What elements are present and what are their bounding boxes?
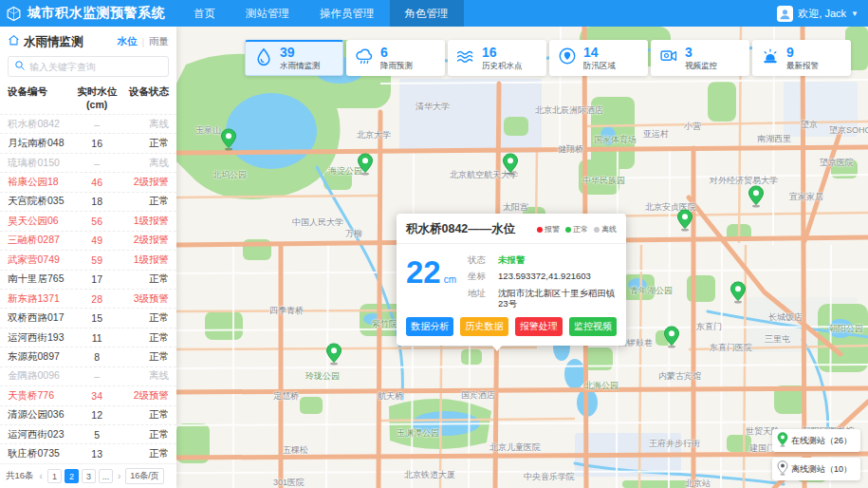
- nav-item-3[interactable]: 角色管理: [390, 0, 464, 27]
- map-pin-online[interactable]: [748, 185, 765, 208]
- stat-label: 最新报警: [786, 62, 819, 71]
- stat-text: 14防汛区域: [583, 46, 616, 70]
- popup-button-2[interactable]: 报警处理: [515, 317, 563, 336]
- page-button-3[interactable]: 3: [82, 469, 96, 483]
- legend-card-offline[interactable]: 离线测站（10）: [772, 458, 860, 480]
- station-name: 三融桥0287: [8, 234, 72, 247]
- station-name: 双桥西路017: [8, 311, 72, 325]
- legend-card-label: 在线测站（26）: [791, 435, 852, 447]
- table-row[interactable]: 双桥西路01715正常: [0, 308, 176, 327]
- nav-item-1[interactable]: 测站管理: [231, 0, 305, 27]
- water-level: 12: [72, 409, 121, 421]
- nav-item-2[interactable]: 操作员管理: [305, 0, 390, 27]
- map-pin-online[interactable]: [663, 326, 680, 348]
- map-place-label: 北坞公园: [212, 169, 247, 181]
- table-row[interactable]: 运河西街19311正常: [0, 328, 176, 347]
- nav-item-0[interactable]: 首页: [178, 0, 231, 27]
- page-ellipsis[interactable]: ...: [99, 469, 113, 483]
- table-row[interactable]: 运河西街0235正常: [0, 424, 176, 443]
- stat-card-2[interactable]: 16历史积水点: [448, 40, 546, 76]
- water-level: 13: [72, 448, 121, 460]
- map-place-label: 万柳: [345, 228, 362, 240]
- popup-header: 积水桥0842——水位 报警正常离线: [397, 214, 626, 244]
- table-row[interactable]: 耿庄桥073513正常: [0, 443, 176, 462]
- tab-1[interactable]: 雨量: [149, 35, 169, 48]
- table-row[interactable]: 清源公园03612正常: [0, 405, 176, 424]
- water-level: –: [72, 370, 121, 382]
- alarm-icon: [761, 47, 780, 69]
- table-row[interactable]: 天宫院桥03518正常: [0, 192, 176, 211]
- map-pin-online[interactable]: [676, 209, 693, 232]
- page-button-1[interactable]: 1: [47, 469, 62, 483]
- popup-button-3[interactable]: 监控视频: [569, 317, 617, 336]
- pin-online-icon: [777, 432, 788, 449]
- table-row[interactable]: 东源苑08978正常: [0, 347, 176, 366]
- panel-header: 水雨情监测 水位|雨量: [0, 27, 176, 55]
- table-row[interactable]: 南十里居76517正常: [0, 270, 176, 289]
- legend-dot-icon: [565, 227, 571, 233]
- table-row[interactable]: 金隅路0096–离线: [0, 366, 176, 385]
- user-avatar: [777, 6, 793, 22]
- map-place-label: 五棵松: [283, 444, 308, 457]
- table-row[interactable]: 琉璃桥0150–离线: [0, 153, 176, 172]
- stat-text: 16历史积水点: [482, 46, 523, 70]
- table-row[interactable]: 武家营0749591级报警: [0, 250, 176, 269]
- stat-card-0[interactable]: 39水雨情监测: [245, 40, 343, 76]
- water-level: 34: [72, 390, 121, 402]
- search-icon: [14, 58, 26, 75]
- map-place-label: 北京大学: [357, 129, 391, 141]
- next-page-button[interactable]: ›: [116, 471, 122, 481]
- station-name: 天宫院桥035: [8, 195, 72, 208]
- app-root: 城市积水监测预警系统 首页测站管理操作员管理角色管理 欢迎, Jack ▼ 水雨…: [0, 0, 868, 488]
- legend-dot-icon: [537, 227, 543, 233]
- table-row[interactable]: 昊天公园06561级报警: [0, 211, 176, 230]
- map-place-label: 王府井步行街: [649, 438, 700, 450]
- water-level: 17: [72, 273, 121, 285]
- map-place-label: 中国人民大学: [292, 216, 343, 229]
- map-pin-online[interactable]: [729, 281, 747, 304]
- table-row[interactable]: 积水桥0842–离线: [0, 114, 176, 133]
- page-button-2[interactable]: 2: [65, 469, 79, 483]
- map-place-label: 三里屯: [765, 333, 790, 346]
- page-size-select[interactable]: 16条/页: [125, 468, 164, 484]
- map-pin-online[interactable]: [220, 128, 237, 151]
- popup-button-0[interactable]: 数据分析: [406, 317, 453, 336]
- status-badge: 3级预警: [121, 292, 169, 306]
- legend-item-2: 离线: [594, 224, 617, 235]
- map-pin-online[interactable]: [325, 343, 342, 366]
- status-badge: 1级报警: [121, 253, 169, 267]
- station-name: 裕康公园18: [8, 176, 72, 189]
- stat-label: 降雨预测: [380, 62, 413, 71]
- popup-button-1[interactable]: 历史数据: [460, 317, 508, 336]
- legend-card-online[interactable]: 在线测站（26）: [772, 429, 860, 452]
- table-row[interactable]: 新东路1371283级预警: [0, 289, 176, 308]
- water-level-value: 22 cm: [406, 253, 456, 288]
- table-row[interactable]: 月坛南桥04816正常: [0, 133, 176, 152]
- status-badge: 离线: [121, 369, 169, 383]
- map-place-label: 玲珑公园: [305, 370, 340, 383]
- station-name: 东源苑0897: [8, 350, 72, 364]
- prev-page-button[interactable]: ‹: [38, 471, 45, 481]
- map-pin-online[interactable]: [357, 153, 374, 176]
- status-badge: 正常: [121, 350, 169, 364]
- station-name: 南十里居765: [8, 272, 72, 286]
- table-row[interactable]: 天贵桥776342级预警: [0, 385, 176, 404]
- map-place-label: 四季青桥: [269, 305, 304, 317]
- map-area[interactable]: 玉泉山北坞公园海淀公园北京大学清华大学中国人民大学万柳北京航空航天大学太阳宫北京…: [176, 27, 868, 488]
- user-area[interactable]: 欢迎, Jack ▼: [777, 6, 868, 22]
- map-pin-online[interactable]: [502, 153, 519, 176]
- stat-card-3[interactable]: 14防汛区域: [549, 40, 648, 76]
- status-badge: 正常: [121, 408, 169, 422]
- table-row[interactable]: 三融桥0287492级报警: [0, 231, 176, 250]
- map-place-label: 中央音乐学院: [524, 471, 575, 483]
- search-input[interactable]: [29, 62, 162, 72]
- app-title: 城市积水监测预警系统: [28, 5, 165, 22]
- tab-0[interactable]: 水位: [117, 35, 137, 48]
- map-place-label: 南湖西里: [757, 133, 791, 145]
- stat-card-5[interactable]: 9最新报警: [752, 40, 851, 76]
- table-row[interactable]: 裕康公园18462级报警: [0, 172, 176, 191]
- stat-text: 39水雨情监测: [280, 46, 321, 70]
- stat-card-4[interactable]: 3视频监控: [651, 40, 749, 76]
- stat-card-1[interactable]: 6降雨预测: [346, 40, 445, 76]
- map-place-label: 国家体育场: [594, 134, 637, 146]
